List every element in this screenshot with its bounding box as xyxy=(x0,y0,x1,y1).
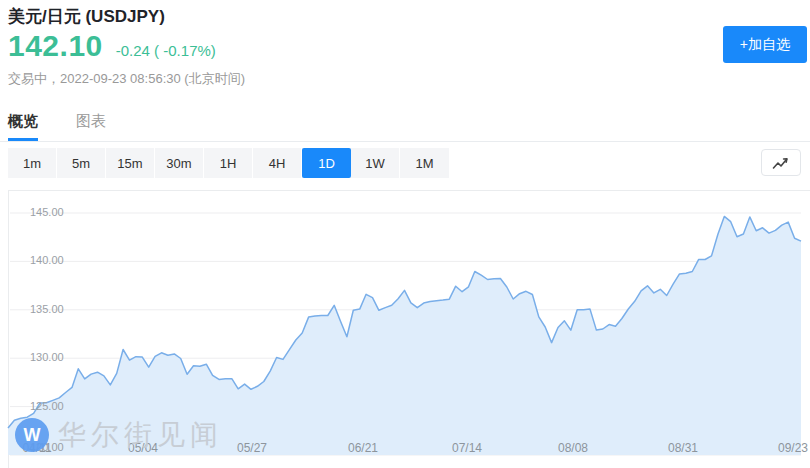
tab-chart[interactable]: 图表 xyxy=(76,103,106,141)
x-axis-label: 04/11 xyxy=(22,441,51,455)
price-value: 142.10 xyxy=(8,29,103,63)
x-axis-label: 08/31 xyxy=(668,441,698,455)
range-bar: 1m5m15m30m1H4H1D1W1M xyxy=(8,148,449,178)
price-area-chart xyxy=(0,190,810,468)
tab-bar: 概览图表 xyxy=(0,103,810,142)
range-button-30m[interactable]: 30m xyxy=(155,148,204,178)
x-axis-label: 09/23 xyxy=(778,441,808,455)
y-axis-label: 145.00 xyxy=(30,206,64,218)
range-button-15m[interactable]: 15m xyxy=(106,148,155,178)
trading-status: 交易中，2022-09-23 08:56:30 (北京时间) xyxy=(8,70,245,88)
tab-overview[interactable]: 概览 xyxy=(8,103,38,141)
page-title: 美元/日元 (USDJPY) xyxy=(8,5,165,28)
x-axis-label: 08/08 xyxy=(558,441,588,455)
price-change: -0.24 ( -0.17%) xyxy=(116,42,216,59)
y-axis-label: 135.00 xyxy=(30,303,64,315)
x-axis-label: 07/14 xyxy=(452,441,482,455)
range-button-4H[interactable]: 4H xyxy=(253,148,302,178)
y-axis-label: 140.00 xyxy=(30,254,64,266)
range-button-5m[interactable]: 5m xyxy=(57,148,106,178)
add-watchlist-button[interactable]: +加自选 xyxy=(723,26,807,63)
range-button-1M[interactable]: 1M xyxy=(400,148,449,178)
range-button-1D[interactable]: 1D xyxy=(302,148,351,178)
line-chart-icon xyxy=(771,155,791,171)
range-button-1W[interactable]: 1W xyxy=(351,148,400,178)
x-axis-label: 05/04 xyxy=(128,441,158,455)
x-axis-label: 06/21 xyxy=(348,441,378,455)
price-row: 142.10 -0.24 ( -0.17%) xyxy=(8,29,216,63)
x-axis-label: 05/27 xyxy=(237,441,267,455)
range-button-1m[interactable]: 1m xyxy=(8,148,57,178)
y-axis-label: 130.00 xyxy=(30,351,64,363)
chart-type-button[interactable] xyxy=(761,149,801,176)
price-area-fill xyxy=(8,216,801,455)
y-axis-label: 125.00 xyxy=(30,400,64,412)
range-button-1H[interactable]: 1H xyxy=(204,148,253,178)
